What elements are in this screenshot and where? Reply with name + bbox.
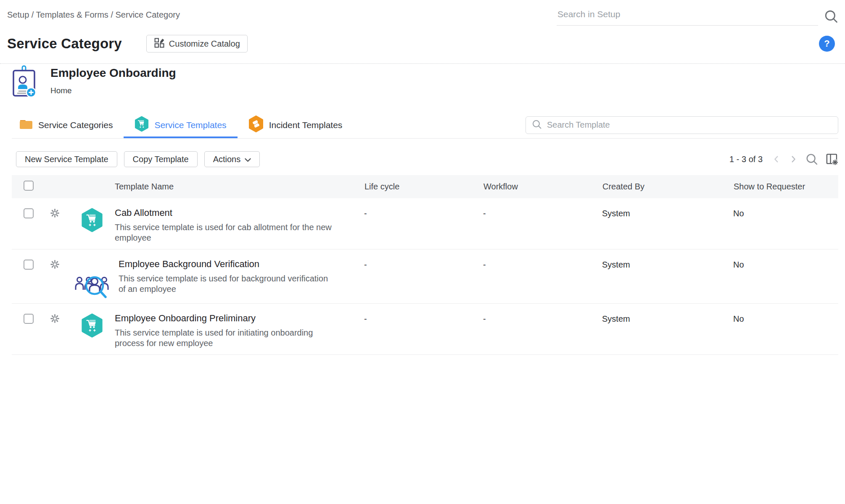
pagination: 1 - 3 of 3 — [729, 153, 838, 165]
category-subtitle: Home — [50, 86, 176, 95]
row-checkbox[interactable] — [24, 260, 34, 270]
category-title: Employee Onboarding — [50, 66, 176, 80]
cart-hexagon-icon — [81, 208, 103, 234]
table-header: Template Name Life cycle Workflow Create… — [12, 175, 838, 198]
setup-search-icon[interactable] — [824, 9, 838, 25]
column-header-created-by: Created By — [602, 182, 733, 192]
template-name-link[interactable]: Employee Background Verification — [119, 259, 364, 270]
show-to-requester-value: No — [733, 313, 838, 324]
row-settings-gear-icon[interactable] — [50, 314, 60, 323]
tab-service-templates[interactable]: Service Templates — [124, 112, 237, 138]
row-checkbox[interactable] — [24, 208, 34, 218]
created-by-value: System — [602, 259, 733, 270]
copy-template-button[interactable]: Copy Template — [124, 151, 198, 167]
help-button[interactable]: ? — [819, 36, 835, 52]
list-search-icon[interactable] — [805, 153, 818, 165]
customize-icon — [154, 37, 164, 50]
incident-hexagon-ticket-icon — [248, 116, 264, 134]
show-to-requester-value: No — [733, 259, 838, 270]
created-by-value: System — [602, 207, 733, 218]
actions-button[interactable]: Actions — [204, 151, 260, 167]
column-header-life-cycle: Life cycle — [364, 182, 483, 192]
pagination-count: 1 - 3 of 3 — [729, 155, 763, 164]
workflow-value: - — [483, 313, 602, 324]
prev-page-button[interactable] — [772, 154, 781, 164]
people-search-icon — [75, 275, 114, 303]
column-header-workflow: Workflow — [483, 182, 602, 192]
next-page-button[interactable] — [789, 154, 798, 164]
chevron-down-icon — [245, 155, 251, 164]
table-row: Employee Background Verification This se… — [12, 249, 838, 304]
created-by-value: System — [602, 313, 733, 324]
folder-icon — [19, 118, 33, 131]
life-cycle-value: - — [364, 259, 483, 270]
actions-label: Actions — [213, 155, 241, 164]
templates-table: Template Name Life cycle Workflow Create… — [12, 175, 838, 355]
employee-badge-icon — [12, 65, 36, 99]
row-settings-gear-icon[interactable] — [50, 260, 60, 269]
cart-hexagon-icon — [81, 313, 103, 339]
page-title: Service Category — [7, 36, 122, 52]
new-service-template-button[interactable]: New Service Template — [16, 151, 117, 167]
customize-catalog-button[interactable]: Customize Catalog — [146, 35, 248, 52]
tab-service-categories[interactable]: Service Categories — [12, 112, 124, 138]
show-to-requester-value: No — [733, 207, 838, 218]
life-cycle-value: - — [364, 207, 483, 218]
category-head: Employee Onboarding Home — [0, 65, 845, 99]
dotted-separator — [0, 63, 845, 64]
row-checkbox[interactable] — [24, 314, 34, 324]
template-name-link[interactable]: Employee Onboarding Preliminary — [115, 313, 364, 324]
column-settings-icon[interactable] — [826, 153, 838, 165]
table-row: Employee Onboarding Preliminary This ser… — [12, 304, 838, 355]
template-search-icon — [532, 119, 542, 131]
template-search-box[interactable] — [525, 116, 838, 134]
tab-label: Service Templates — [154, 120, 226, 130]
setup-search-field[interactable] — [557, 9, 818, 26]
breadcrumb[interactable]: Setup / Templates & Forms / Service Cate… — [7, 9, 180, 20]
workflow-value: - — [483, 259, 602, 270]
setup-search-input[interactable] — [557, 9, 818, 19]
tab-incident-templates[interactable]: Incident Templates — [238, 112, 354, 138]
template-description: This service template is used for initia… — [115, 328, 364, 349]
customize-catalog-label: Customize Catalog — [169, 39, 240, 49]
tabs-row: Service Categories Service Templates Inc… — [12, 112, 838, 139]
row-settings-gear-icon[interactable] — [50, 208, 60, 218]
title-row: Service Category Customize Catalog ? — [7, 34, 835, 53]
column-header-show-to-requester: Show to Requester — [733, 182, 838, 192]
template-description: This service template is used for backgr… — [119, 273, 364, 294]
life-cycle-value: - — [364, 313, 483, 324]
table-row: Cab Allotment This service template is u… — [12, 198, 838, 249]
service-template-hexagon-cart-icon — [135, 116, 149, 134]
workflow-value: - — [483, 207, 602, 218]
setup-search — [557, 9, 838, 26]
toolbar: New Service Template Copy Template Actio… — [16, 151, 838, 167]
top-bar: Setup / Templates & Forms / Service Cate… — [0, 0, 845, 26]
tab-label: Incident Templates — [269, 120, 343, 130]
tab-label: Service Categories — [38, 120, 113, 130]
template-description: This service template is used for cab al… — [115, 222, 364, 243]
column-header-template-name: Template Name — [112, 182, 364, 192]
select-all-checkbox[interactable] — [24, 181, 34, 191]
template-search-input[interactable] — [547, 120, 832, 130]
template-name-link[interactable]: Cab Allotment — [115, 207, 364, 218]
